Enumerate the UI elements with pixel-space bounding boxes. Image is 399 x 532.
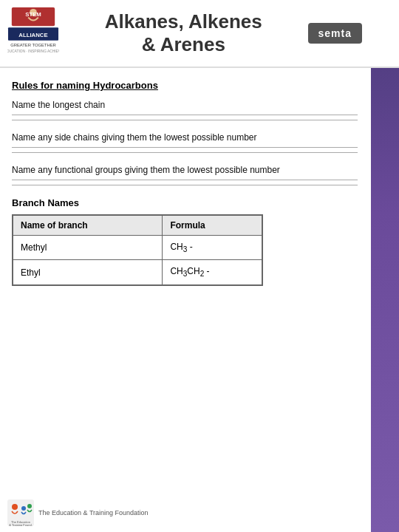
rule-3-line-2: [12, 185, 358, 185]
rule-2-item: Name any side chains giving them the low…: [12, 132, 358, 153]
methyl-formula: CH3 -: [163, 236, 262, 260]
methyl-sub: 3: [183, 245, 188, 253]
header: STEM ALLIANCE GREATER TOGETHER STEM EDUC…: [0, 0, 399, 68]
svg-point-8: [12, 504, 18, 510]
footer-text: The Education & Training Foundation: [38, 509, 149, 516]
table-row: Methyl CH3 -: [13, 236, 262, 260]
footer-label: The Education & Training Foundation: [38, 509, 149, 516]
stem-svg: STEM ALLIANCE GREATER TOGETHER STEM EDUC…: [7, 7, 59, 59]
branch-section-title: Branch Names: [12, 197, 358, 208]
semta-badge: semta: [308, 23, 362, 44]
svg-text:& Training Found.: & Training Found.: [9, 523, 33, 526]
body-content: Rules for naming Hydrocarbons Name the l…: [0, 68, 369, 298]
methyl-name: Methyl: [13, 236, 163, 260]
rule-1-line-1: [12, 115, 358, 115]
ethyl-sub2: 2: [200, 270, 205, 279]
svg-point-9: [21, 506, 26, 511]
rule-2-line-2: [12, 152, 358, 153]
branch-table: Name of branch Formula Methyl CH3 - Ethy…: [12, 214, 263, 286]
svg-text:STEM EDUCATION · INSPIRING ACH: STEM EDUCATION · INSPIRING ACHIEVEMENT: [7, 50, 59, 53]
footer: The Education & Training Found. The Educ…: [7, 499, 149, 526]
rule-2-line-1: [12, 147, 358, 148]
rule-3-line-1: [12, 180, 358, 180]
svg-text:ALLIANCE: ALLIANCE: [18, 32, 47, 38]
table-header-row: Name of branch Formula: [13, 215, 262, 236]
footer-icon: The Education & Training Found.: [7, 499, 34, 526]
col1-header: Name of branch: [13, 215, 163, 236]
ethyl-name: Ethyl: [13, 260, 163, 285]
ethyl-formula: CH3CH2 -: [163, 260, 262, 285]
ethyl-sub1: 3: [183, 270, 188, 279]
rule-2-text: Name any side chains giving them the low…: [12, 132, 358, 143]
col2-header: Formula: [163, 215, 262, 236]
rule-1-line-2: [12, 120, 358, 120]
main-content: STEM ALLIANCE GREATER TOGETHER STEM EDUC…: [0, 0, 399, 298]
svg-text:STEM: STEM: [25, 11, 41, 18]
stem-logo: STEM ALLIANCE GREATER TOGETHER STEM EDUC…: [7, 7, 59, 59]
rule-1-text: Name the longest chain: [12, 100, 358, 110]
rule-3-text: Name any functional groups giving them t…: [12, 165, 358, 175]
branch-section: Branch Names Name of branch Formula Meth…: [12, 197, 358, 286]
svg-point-10: [27, 504, 32, 508]
table-row: Ethyl CH3CH2 -: [13, 260, 262, 285]
rules-section-title: Rules for naming Hydrocarbons: [12, 80, 358, 91]
svg-text:GREATER TOGETHER: GREATER TOGETHER: [10, 43, 56, 47]
header-title: Alkanes, Alkenes & Arenes: [59, 10, 308, 56]
logo-area: STEM ALLIANCE GREATER TOGETHER STEM EDUC…: [7, 7, 59, 59]
rule-1-item: Name the longest chain: [12, 100, 358, 120]
rule-3-item: Name any functional groups giving them t…: [12, 165, 358, 185]
